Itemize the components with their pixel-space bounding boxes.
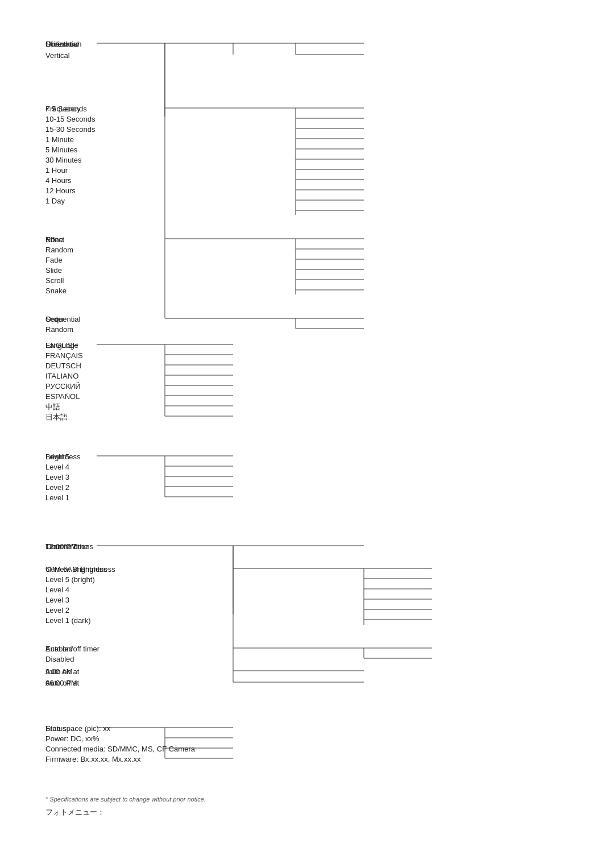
auto-on-val: 9:00 AM xyxy=(45,666,73,678)
connector-lines xyxy=(45,34,557,773)
auto-off-val: 06:00 PM xyxy=(45,678,77,690)
footer-japanese: フォトメニュー： xyxy=(45,807,569,817)
freq-1day: 1 Day xyxy=(45,196,65,207)
order-random: Random xyxy=(45,324,73,336)
lang-japanese: 日本語 xyxy=(45,412,68,423)
bright-1: Level 1 xyxy=(45,492,69,504)
horizontal-label: Horizontal xyxy=(45,39,79,51)
auto-disabled: Disabled xyxy=(45,654,74,666)
footer-note: * Specifications are subject to change w… xyxy=(45,796,569,803)
status-firmware: Firmware: Bx.xx.xx, Mx.xx.xx xyxy=(45,754,141,766)
bright-l1: Level 1 (dark) xyxy=(45,615,90,627)
current-time-val: 12:00 PM xyxy=(45,541,77,553)
effect-snake: Snake xyxy=(45,285,67,297)
diagram: Slideshow Orientation Horizontal Vertica… xyxy=(45,34,557,773)
vertical-label: Vertical xyxy=(45,50,70,62)
